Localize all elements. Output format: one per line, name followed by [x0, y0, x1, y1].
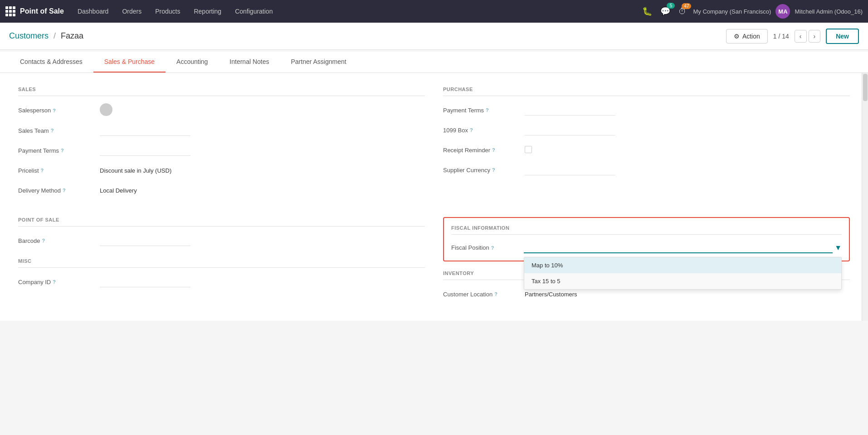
tab-partner-assignment[interactable]: Partner Assignment: [280, 52, 357, 72]
company-id-input[interactable]: [100, 276, 190, 287]
sales-payment-terms-value: [100, 145, 425, 156]
sales-team-value: [100, 125, 425, 136]
company-id-help-icon[interactable]: ?: [53, 279, 56, 285]
barcode-input[interactable]: [100, 235, 190, 246]
supplier-currency-label: Supplier Currency ?: [443, 167, 525, 174]
barcode-value: [100, 235, 425, 246]
header-bar: Customers / Fazaa ⚙ Action 1 / 14 ‹ › Ne…: [0, 23, 868, 50]
app-logo[interactable]: Point of Sale: [5, 6, 64, 16]
right-bottom: FISCAL INFORMATION Fiscal Position ? ▼ M…: [443, 217, 850, 307]
sales-purchase-columns: SALES Salesperson ? S: [18, 87, 850, 203]
salesperson-radio[interactable]: [100, 103, 112, 116]
pricelist-label: Pricelist ?: [18, 167, 100, 174]
salesperson-help-icon[interactable]: ?: [53, 108, 56, 113]
tab-internal-notes[interactable]: Internal Notes: [219, 52, 280, 72]
bug-icon-btn[interactable]: 🐛: [640, 5, 654, 18]
fiscal-position-label: Fiscal Position ?: [451, 244, 524, 251]
customer-location-help-icon[interactable]: ?: [494, 291, 497, 297]
bottom-sections: POINT OF SALE Barcode ? MISC: [18, 217, 850, 307]
box-1099-value: [525, 125, 850, 135]
box-1099-help-icon[interactable]: ?: [470, 127, 473, 133]
tab-accounting[interactable]: Accounting: [166, 52, 219, 72]
receipt-reminder-label: Receipt Reminder ?: [443, 147, 525, 154]
purchase-payment-terms-label: Payment Terms ?: [443, 107, 525, 114]
salesperson-value: [100, 103, 425, 117]
new-button[interactable]: New: [826, 29, 859, 44]
grid-icon: [5, 6, 15, 16]
main-content: Contacts & Addresses Sales & Purchase Ac…: [0, 52, 868, 321]
fiscal-section-title: FISCAL INFORMATION: [451, 225, 842, 235]
scrollbar-thumb[interactable]: [863, 74, 868, 101]
sales-team-label: Sales Team ?: [18, 127, 100, 134]
delivery-method-help-icon[interactable]: ?: [63, 188, 66, 193]
sales-column: SALES Salesperson ? S: [18, 87, 425, 203]
scrollbar-track[interactable]: [862, 73, 868, 321]
menu-products[interactable]: Products: [149, 4, 186, 19]
tab-contacts[interactable]: Contacts & Addresses: [9, 52, 93, 72]
receipt-reminder-checkbox[interactable]: [525, 146, 532, 153]
clock-icon-btn[interactable]: ⏱ 47: [677, 5, 688, 18]
header-actions: ⚙ Action 1 / 14 ‹ › New: [726, 29, 859, 44]
customer-location-value: Partners/Customers: [525, 291, 850, 298]
fiscal-position-dropdown-arrow[interactable]: ▼: [834, 244, 842, 252]
top-navigation: Point of Sale Dashboard Orders Products …: [0, 0, 868, 23]
sales-team-input[interactable]: [100, 125, 190, 136]
avatar: MA: [775, 4, 790, 19]
nav-right: 🐛 💬 5 ⏱ 47 My Company (San Francisco) MA…: [640, 4, 863, 19]
form-body: SALES Salesperson ? S: [0, 73, 868, 321]
purchase-column: PURCHASE Payment Terms ?: [443, 87, 850, 203]
sales-team-row: Sales Team ?: [18, 124, 425, 137]
breadcrumb: Customers / Fazaa: [9, 31, 726, 41]
chat-badge: 5: [667, 3, 675, 9]
delivery-method-row: Delivery Method ? Local Delivery: [18, 184, 425, 197]
receipt-reminder-help-icon[interactable]: ?: [492, 147, 495, 153]
purchase-payment-terms-help-icon[interactable]: ?: [486, 107, 489, 113]
purchase-payment-terms-value: [525, 105, 850, 116]
menu-configuration[interactable]: Configuration: [229, 4, 279, 19]
clock-badge: 47: [682, 3, 691, 9]
sales-payment-terms-row: Payment Terms ?: [18, 144, 425, 157]
supplier-currency-input[interactable]: [525, 164, 615, 175]
supplier-currency-help-icon[interactable]: ?: [492, 167, 495, 173]
pricelist-row: Pricelist ? Discount sale in July (USD): [18, 164, 425, 177]
box-1099-label: 1099 Box ?: [443, 127, 525, 134]
salesperson-row: Salesperson ?: [18, 103, 425, 117]
purchase-payment-terms-input[interactable]: [525, 105, 615, 116]
action-label: Action: [742, 33, 760, 40]
salesperson-label: Salesperson ?: [18, 107, 100, 114]
menu-reporting[interactable]: Reporting: [187, 4, 228, 19]
customer-location-label: Customer Location ?: [443, 291, 525, 298]
sales-payment-terms-input[interactable]: [100, 145, 190, 156]
box-1099-row: 1099 Box ?: [443, 123, 850, 137]
fiscal-position-input[interactable]: [524, 242, 833, 253]
fiscal-position-row: Fiscal Position ? ▼ Map to 10% Tax 15 to…: [451, 242, 842, 253]
tab-sales-purchase[interactable]: Sales & Purchase: [93, 52, 166, 72]
receipt-reminder-row: Receipt Reminder ?: [443, 143, 850, 157]
pos-section-title: POINT OF SALE: [18, 217, 425, 227]
supplier-currency-value: [525, 164, 850, 175]
sales-team-help-icon[interactable]: ?: [51, 128, 54, 133]
purchase-payment-terms-row: Payment Terms ?: [443, 103, 850, 117]
barcode-help-icon[interactable]: ?: [42, 238, 45, 243]
fiscal-position-help-icon[interactable]: ?: [491, 245, 494, 251]
menu-dashboard[interactable]: Dashboard: [71, 4, 115, 19]
box-1099-input[interactable]: [525, 125, 615, 135]
gear-icon: ⚙: [734, 33, 740, 40]
breadcrumb-parent[interactable]: Customers: [9, 31, 49, 40]
menu-orders[interactable]: Orders: [116, 4, 148, 19]
left-bottom: POINT OF SALE Barcode ? MISC: [18, 217, 425, 307]
misc-section-title: MISC: [18, 258, 425, 268]
app-name: Point of Sale: [20, 7, 64, 15]
action-button[interactable]: ⚙ Action: [726, 29, 768, 44]
prev-button[interactable]: ‹: [795, 30, 807, 43]
dropdown-item-tax-15-to-5[interactable]: Tax 15 to 5: [524, 273, 841, 289]
chat-icon-btn[interactable]: 💬 5: [658, 5, 672, 18]
content-area: SALES Salesperson ? S: [0, 73, 868, 321]
sales-payment-terms-help-icon[interactable]: ?: [61, 148, 64, 153]
fiscal-information-box: FISCAL INFORMATION Fiscal Position ? ▼ M…: [443, 217, 850, 261]
next-button[interactable]: ›: [809, 30, 821, 43]
company-name: My Company (San Francisco): [693, 8, 771, 15]
dropdown-item-map-to-10[interactable]: Map to 10%: [524, 257, 841, 273]
pricelist-help-icon[interactable]: ?: [41, 168, 44, 173]
receipt-reminder-value: [525, 146, 850, 155]
